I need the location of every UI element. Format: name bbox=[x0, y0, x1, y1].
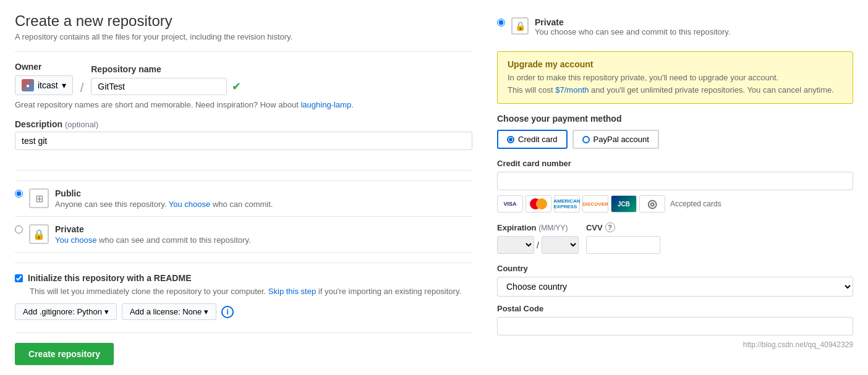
private-option: 🔒 Private You choose who can see and com… bbox=[15, 216, 472, 253]
expiry-month-select[interactable] bbox=[497, 236, 534, 254]
slash-separator: / bbox=[78, 81, 87, 95]
expiry-cvv-row: Expiration (MM/YY) / CVV ? bbox=[497, 222, 853, 254]
cvv-label-row: CVV ? bbox=[586, 222, 660, 232]
postal-input[interactable] bbox=[497, 317, 853, 335]
init-section: Initialize this repository with a README… bbox=[15, 273, 472, 296]
license-label: Add a license: None bbox=[130, 307, 202, 316]
diners-icon: ◎ bbox=[639, 195, 665, 213]
description-input[interactable] bbox=[15, 132, 472, 150]
cc-number-input[interactable] bbox=[497, 172, 853, 190]
right-lock-icon: 🔒 bbox=[511, 17, 529, 35]
credit-card-label: Credit card bbox=[518, 135, 558, 144]
owner-group: Owner ● itcast ▾ bbox=[15, 62, 73, 95]
upgrade-price-link[interactable]: $7/month bbox=[555, 85, 589, 95]
public-desc: Anyone can see this repository. You choo… bbox=[55, 200, 273, 209]
expiry-hint: (MM/YY) bbox=[538, 224, 568, 232]
visibility-group: ⊞ Public Anyone can see this repository.… bbox=[15, 180, 472, 253]
init-checkbox[interactable] bbox=[15, 274, 23, 282]
country-label: Country bbox=[497, 264, 853, 273]
cvv-question-icon[interactable]: ? bbox=[605, 222, 615, 232]
expiry-label: Expiration (MM/YY) bbox=[497, 223, 579, 232]
right-private-radio[interactable] bbox=[497, 19, 505, 27]
card-icons-row: VISA AMERICAN EXPRESS DISCOVER JCB ◎ Acc… bbox=[497, 195, 853, 213]
description-optional: (optional) bbox=[65, 120, 98, 129]
expiry-inputs: / bbox=[497, 236, 579, 254]
cvv-input[interactable] bbox=[586, 236, 660, 254]
left-panel: Create a new repository A repository con… bbox=[15, 12, 472, 365]
page-subtitle: A repository contains all the files for … bbox=[15, 32, 472, 41]
cvv-group: CVV ? bbox=[586, 222, 660, 254]
create-repository-button[interactable]: Create repository bbox=[15, 343, 114, 365]
visa-icon: VISA bbox=[497, 195, 523, 213]
public-radio[interactable] bbox=[15, 190, 23, 198]
init-checkbox-row: Initialize this repository with a README bbox=[15, 273, 472, 283]
upgrade-box: Upgrade my account In order to make this… bbox=[497, 51, 853, 104]
public-desc-link1[interactable]: You choose bbox=[169, 200, 210, 209]
suggestion-link[interactable]: laughing-lamp bbox=[300, 100, 351, 109]
paypal-radio-dot bbox=[582, 136, 590, 143]
mastercard-icon bbox=[525, 195, 551, 213]
expiry-year-select[interactable] bbox=[542, 236, 579, 254]
description-label: Description bbox=[15, 119, 62, 129]
watermark: http://blog.csdn.net/qq_40942329 bbox=[497, 340, 853, 349]
gitignore-chevron-icon: ▾ bbox=[104, 307, 109, 316]
amex-icon: AMERICAN EXPRESS bbox=[554, 195, 580, 213]
right-private-title: Private bbox=[535, 17, 731, 27]
country-select[interactable]: Choose country bbox=[497, 277, 853, 297]
upgrade-desc-line2: This will cost $7/month and you'll get u… bbox=[508, 84, 843, 96]
license-button[interactable]: Add a license: None ▾ bbox=[122, 303, 216, 320]
payment-methods-row: Credit card PayPal account bbox=[497, 130, 853, 149]
credit-card-button[interactable]: Credit card bbox=[497, 130, 568, 149]
right-visibility-options: 🔒 Private You choose who can see and com… bbox=[497, 12, 853, 41]
check-mark-icon: ✔ bbox=[232, 80, 241, 93]
page-title: Create a new repository bbox=[15, 12, 472, 30]
repo-name-group: Repository name ✔ bbox=[91, 64, 241, 95]
public-option: ⊞ Public Anyone can see this repository.… bbox=[15, 180, 472, 216]
cc-number-label: Credit card number bbox=[497, 159, 853, 168]
jcb-icon: JCB bbox=[611, 195, 637, 213]
private-icon: 🔒 bbox=[29, 224, 49, 244]
expiry-group: Expiration (MM/YY) / bbox=[497, 223, 579, 254]
owner-select-button[interactable]: ● itcast ▾ bbox=[15, 75, 73, 95]
public-title: Public bbox=[55, 188, 273, 198]
public-content: Public Anyone can see this repository. Y… bbox=[55, 188, 273, 209]
owner-name: itcast bbox=[38, 80, 58, 90]
repo-name-input[interactable] bbox=[91, 78, 227, 95]
paypal-label: PayPal account bbox=[594, 135, 649, 144]
discover-icon: DISCOVER bbox=[582, 195, 608, 213]
addon-buttons-row: Add .gitignore: Python ▾ Add a license: … bbox=[15, 303, 472, 320]
credit-card-radio-dot bbox=[507, 136, 514, 143]
owner-dropdown-icon: ▾ bbox=[62, 80, 66, 90]
paypal-button[interactable]: PayPal account bbox=[572, 130, 659, 149]
payment-section: Choose your payment method Credit card P… bbox=[497, 114, 853, 349]
suggestion-text: Great repository names are short and mem… bbox=[15, 100, 472, 109]
postal-label: Postal Code bbox=[497, 304, 853, 313]
private-desc-link[interactable]: You choose bbox=[55, 235, 96, 245]
expiry-slash: / bbox=[537, 240, 539, 250]
private-title: Private bbox=[55, 224, 251, 234]
right-private-desc: You choose who can see and commit to thi… bbox=[535, 27, 731, 36]
description-group: Description (optional) bbox=[15, 119, 472, 160]
owner-avatar: ● bbox=[22, 79, 34, 91]
right-private-option: 🔒 Private You choose who can see and com… bbox=[497, 12, 853, 41]
gitignore-label: Add .gitignore: Python bbox=[23, 307, 102, 316]
private-content: Private You choose who can see and commi… bbox=[55, 224, 251, 245]
accepted-cards-text: Accepted cards bbox=[670, 200, 721, 208]
right-panel: 🔒 Private You choose who can see and com… bbox=[497, 12, 853, 365]
public-icon: ⊞ bbox=[29, 188, 49, 208]
repo-name-label: Repository name bbox=[91, 64, 241, 74]
upgrade-desc-line1: In order to make this repository private… bbox=[508, 72, 843, 84]
private-desc: You choose who can see and commit to thi… bbox=[55, 235, 251, 245]
payment-method-label: Choose your payment method bbox=[497, 114, 853, 124]
init-label: Initialize this repository with a README bbox=[28, 273, 191, 283]
license-chevron-icon: ▾ bbox=[204, 307, 208, 316]
info-icon[interactable]: i bbox=[221, 306, 234, 318]
right-private-content: Private You choose who can see and commi… bbox=[535, 17, 731, 36]
private-radio[interactable] bbox=[15, 225, 23, 234]
upgrade-title: Upgrade my account bbox=[508, 59, 843, 69]
gitignore-button[interactable]: Add .gitignore: Python ▾ bbox=[15, 303, 117, 320]
owner-label: Owner bbox=[15, 62, 73, 72]
init-desc: This will let you immediately clone the … bbox=[30, 287, 472, 296]
skip-link[interactable]: Skip this step bbox=[268, 287, 316, 296]
